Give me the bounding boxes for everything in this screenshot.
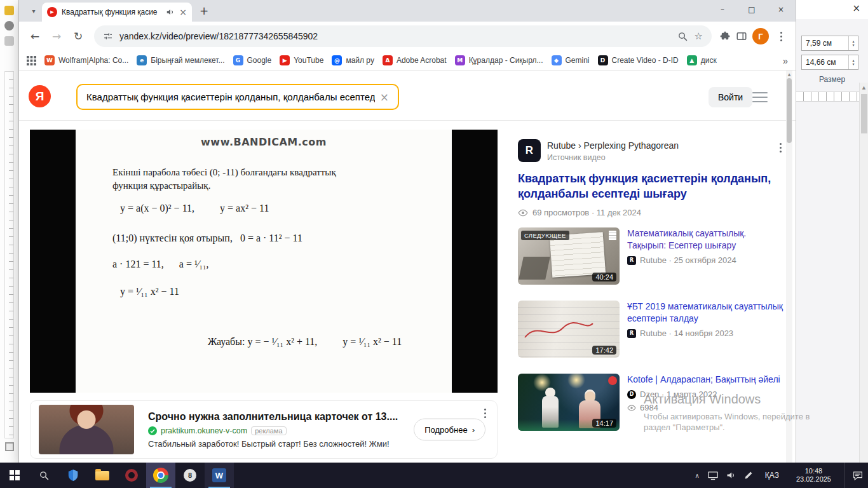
taskbar-app-ring-button[interactable] bbox=[117, 463, 146, 488]
address-bar[interactable]: yandex.kz/video/preview/1821877734265584… bbox=[94, 25, 712, 47]
related-title-link[interactable]: Kotofe | Алдараспан; Бақыттың әйелі bbox=[627, 374, 780, 386]
chrome-button[interactable] bbox=[146, 463, 175, 488]
back-button[interactable]: ← bbox=[27, 30, 43, 43]
bookmark-favicon: G bbox=[233, 55, 243, 65]
language-indicator[interactable]: ҚАЗ bbox=[765, 471, 779, 480]
notification-icon[interactable] bbox=[844, 463, 863, 488]
browser-tab[interactable]: ▶ Квадраттық функция қасие × bbox=[42, 3, 192, 22]
ad-title-link[interactable]: Срочно нужна заполнительница карточек от… bbox=[148, 411, 402, 423]
tray-chevron-icon[interactable]: ∧ bbox=[695, 472, 700, 479]
related-video: СЛЕДУЮЩЕЕ 40:24 Математикалық сауаттылық… bbox=[518, 227, 787, 285]
start-button[interactable] bbox=[0, 463, 29, 488]
clock[interactable]: 10:48 23.02.2025 bbox=[796, 467, 831, 484]
taskbar-app-badge-button[interactable]: 8 bbox=[175, 463, 205, 488]
thumbnail-art bbox=[519, 257, 550, 280]
word-tool-icon-3[interactable] bbox=[4, 36, 14, 46]
word-page-icon[interactable] bbox=[5, 442, 14, 451]
word-left-strip bbox=[0, 0, 19, 463]
spin-down-icon[interactable]: ▾ bbox=[852, 43, 854, 47]
related-thumbnail[interactable]: 17:42 bbox=[518, 301, 620, 358]
next-badge: СЛЕДУЮЩЕЕ bbox=[521, 231, 569, 240]
yandex-page: Я Квадраттық функция қасиеттерін қолданы… bbox=[19, 71, 796, 463]
ad-thumbnail-image[interactable] bbox=[39, 405, 134, 454]
login-button[interactable]: Войти bbox=[709, 87, 752, 107]
tab-audio-icon[interactable] bbox=[166, 8, 175, 17]
page-scrollbar[interactable]: ▲ bbox=[786, 71, 792, 463]
shape-width-field[interactable]: 14,66 см ▴ ▾ bbox=[801, 55, 858, 70]
scroll-up-icon[interactable]: ▲ bbox=[786, 71, 792, 76]
bookmark-item[interactable]: AAdobe Acrobat bbox=[383, 55, 447, 65]
close-button[interactable]: × bbox=[766, 0, 796, 19]
search-lens-icon[interactable] bbox=[677, 31, 688, 42]
taskbar-search-button[interactable] bbox=[29, 463, 58, 488]
word-titlebar: × bbox=[796, 0, 868, 19]
bookmark-item[interactable]: GGoogle bbox=[233, 55, 272, 65]
browser-toolbar: ← → ↻ yandex.kz/video/preview/1821877734… bbox=[19, 22, 796, 51]
bookmark-item[interactable]: ▲диск bbox=[687, 55, 717, 65]
yandex-logo[interactable]: Я bbox=[29, 85, 51, 107]
ad-more-button[interactable]: Подробнее › bbox=[414, 419, 485, 441]
clear-search-icon[interactable]: × bbox=[380, 91, 389, 104]
taskbar-app-shield-button[interactable] bbox=[58, 463, 88, 488]
bandicam-watermark: www.BANDICAM.com bbox=[76, 136, 452, 148]
menu-burger-icon[interactable] bbox=[752, 92, 768, 105]
source-menu-icon[interactable] bbox=[773, 140, 787, 154]
rutube-icon: R bbox=[627, 256, 636, 265]
search-input[interactable]: Квадраттық функция қасиеттерін қолданып,… bbox=[86, 92, 375, 102]
minimize-button[interactable]: – bbox=[708, 0, 737, 19]
tab-search-button[interactable]: ▾ bbox=[25, 3, 42, 19]
word-scrollbar[interactable]: ▲ bbox=[859, 83, 868, 463]
bookmark-item[interactable]: DCreate Video - D-ID bbox=[598, 55, 679, 65]
width-spinner[interactable]: ▴ ▾ bbox=[848, 55, 858, 69]
video-player[interactable]: www.BANDICAM.com Екінші парабола төбесі … bbox=[30, 130, 498, 393]
maximize-button[interactable]: □ bbox=[737, 0, 766, 19]
spin-down-icon[interactable]: ▾ bbox=[852, 62, 854, 66]
browser-menu-icon[interactable] bbox=[774, 29, 788, 43]
bookmark-item[interactable]: ▶YouTube bbox=[280, 55, 323, 65]
source-row[interactable]: R Rutube › Perplexing Pythagorean Источн… bbox=[518, 139, 787, 162]
math-line: y = a(x − 0)² − 11, y = ax² − 11 bbox=[120, 200, 452, 216]
related-title-link[interactable]: Математикалық сауаттылық. Тақырып: Есепт… bbox=[627, 227, 787, 252]
scroll-up-icon[interactable]: ▲ bbox=[860, 83, 868, 90]
forward-button[interactable]: → bbox=[48, 30, 65, 43]
ad-menu-icon[interactable] bbox=[478, 406, 492, 420]
duration-badge: 40:24 bbox=[592, 273, 616, 281]
shape-height-field[interactable]: 7,59 см ▴ ▾ bbox=[801, 36, 858, 51]
bookmark-item[interactable]: eБірыңғай мемлекет... bbox=[137, 55, 224, 65]
video-title[interactable]: Квадраттық функция қасиеттерін қолданып,… bbox=[518, 171, 787, 201]
volume-icon[interactable] bbox=[726, 471, 736, 480]
bookmarks-overflow-icon[interactable]: » bbox=[783, 55, 788, 66]
profile-avatar[interactable]: Г bbox=[752, 28, 769, 44]
extensions-puzzle-icon[interactable] bbox=[719, 30, 731, 42]
bookmark-favicon: A bbox=[383, 55, 393, 65]
bookmark-item[interactable]: MҚұралдар - Сиқырл... bbox=[455, 55, 543, 65]
pen-icon[interactable] bbox=[744, 471, 753, 480]
search-box[interactable]: Квадраттық функция қасиеттерін қолданып,… bbox=[76, 84, 399, 110]
bookmark-item[interactable]: WWolfram|Alpha: Co... bbox=[44, 55, 128, 65]
math-line: y = ¹⁄₁₁ x² − 11 bbox=[120, 283, 452, 299]
network-icon[interactable] bbox=[708, 471, 718, 480]
related-thumbnail[interactable]: 14:17 bbox=[518, 374, 620, 431]
word-tool-icon-2[interactable] bbox=[4, 21, 14, 30]
word-button[interactable]: W bbox=[205, 463, 234, 488]
related-thumbnail[interactable]: СЛЕДУЮЩЕЕ 40:24 bbox=[518, 227, 620, 285]
tab-close-icon[interactable]: × bbox=[179, 7, 187, 17]
new-tab-button[interactable]: + bbox=[196, 3, 212, 19]
word-close-button[interactable]: × bbox=[852, 3, 860, 14]
related-title-link[interactable]: ҰБТ 2019 математикалық сауаттылық есепте… bbox=[627, 301, 787, 325]
word-scrollbar-thumb[interactable] bbox=[861, 94, 867, 133]
bookmark-star-icon[interactable]: ☆ bbox=[695, 30, 703, 42]
file-explorer-button[interactable] bbox=[88, 463, 117, 488]
site-info-icon[interactable] bbox=[103, 31, 113, 41]
thumbnail-art bbox=[567, 374, 585, 389]
bookmark-item[interactable]: ◆Gemini bbox=[552, 55, 590, 65]
apps-grid-icon[interactable] bbox=[27, 56, 36, 65]
height-spinner[interactable]: ▴ ▾ bbox=[848, 36, 858, 50]
math-line: Жауабы: y = − ¹⁄₁₁ x² + 11, y = ¹⁄₁₁ x² … bbox=[208, 334, 452, 349]
ad-label-badge: реклама bbox=[251, 426, 286, 435]
refresh-button[interactable]: ↻ bbox=[70, 30, 86, 43]
side-panel-icon[interactable] bbox=[736, 30, 747, 42]
word-tool-icon-1[interactable] bbox=[4, 6, 14, 15]
scrollbar-thumb[interactable] bbox=[787, 78, 792, 143]
bookmark-item[interactable]: @майл ру bbox=[332, 55, 374, 65]
